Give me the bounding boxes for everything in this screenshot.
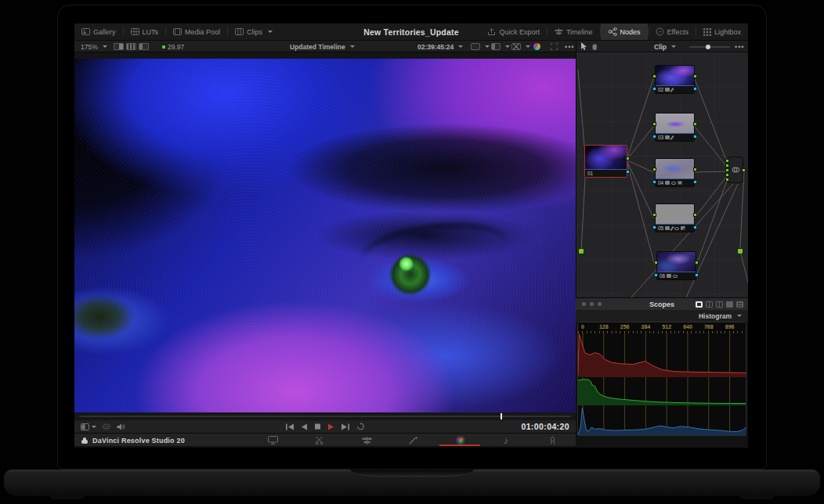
node-graph-mode-select[interactable]: Clip	[654, 41, 676, 52]
layout-four-up-icon[interactable]	[716, 301, 723, 308]
rgb-output-connector[interactable]	[693, 74, 697, 78]
grade-bypass[interactable]	[533, 41, 540, 52]
ellipsis-icon: •••	[735, 43, 744, 51]
viewer-layout-select[interactable]	[81, 423, 96, 430]
node-02[interactable]: 02	[655, 65, 695, 94]
play-forward-button[interactable]	[328, 423, 334, 430]
node-06[interactable]: 06	[656, 251, 696, 280]
matte-badge-icon	[681, 226, 685, 230]
node-01[interactable]: 01	[584, 145, 627, 178]
key-input-connector[interactable]	[652, 225, 656, 229]
key-output-connector[interactable]	[693, 225, 697, 229]
key-input-connector[interactable]	[654, 273, 658, 277]
viewer-options-menu[interactable]: •••	[565, 41, 574, 52]
transport-controls	[286, 420, 365, 433]
key-input-connector[interactable]	[652, 135, 656, 139]
rgb-input-connector[interactable]	[654, 261, 658, 265]
key-output-connector[interactable]	[693, 135, 697, 139]
timeline-selector-label: Updated Timeline	[290, 43, 345, 51]
node-04[interactable]: 04	[655, 158, 695, 187]
unmix-icon[interactable]	[103, 423, 110, 430]
mixer-input-connector[interactable]	[725, 159, 729, 163]
expand-viewer[interactable]	[551, 41, 558, 52]
node-panel-options-menu[interactable]: •••	[735, 41, 744, 52]
audio-speaker-icon[interactable]	[117, 423, 125, 430]
key-output-connector[interactable]	[693, 87, 697, 91]
media-pool-button[interactable]: Media Pool	[166, 23, 227, 40]
mixer-input-connector[interactable]	[725, 178, 729, 182]
mixer-input-connector[interactable]	[725, 168, 729, 172]
node-06-thumbnail	[657, 252, 696, 272]
node-03[interactable]: 03	[655, 113, 695, 142]
key-output-connector[interactable]	[693, 180, 697, 184]
camera-tool[interactable]	[471, 41, 490, 52]
go-to-start-button[interactable]	[286, 423, 295, 430]
rgb-input-connector[interactable]	[652, 213, 656, 217]
mixer-input-connector[interactable]	[725, 164, 729, 167]
mixer-input-connector[interactable]	[725, 173, 729, 177]
media-pool-label: Media Pool	[185, 28, 220, 36]
page-tab-deliver[interactable]	[546, 435, 558, 445]
node-zoom-slider[interactable]	[689, 41, 730, 52]
viewer-zoom-value: 175%	[81, 43, 98, 51]
node-graph-output-dot[interactable]	[737, 248, 743, 254]
key-input-connector[interactable]	[652, 87, 656, 91]
color-page-icon	[456, 436, 464, 445]
pointer-tool[interactable]	[580, 41, 587, 52]
nodes-button[interactable]: Nodes	[601, 23, 648, 40]
node-05[interactable]: 05	[655, 203, 695, 232]
divider	[576, 41, 576, 52]
layout-single-icon[interactable]	[696, 301, 703, 308]
mixer-output-connector[interactable]	[742, 168, 746, 172]
node-graph-source-dot[interactable]	[578, 248, 584, 254]
loop-playback-button[interactable]	[357, 423, 365, 430]
rgb-output-connector[interactable]	[693, 167, 697, 171]
rgb-input-connector[interactable]	[652, 122, 656, 126]
layout-grid-icon[interactable]	[736, 301, 743, 308]
page-tab-fairlight[interactable]: ♪	[500, 435, 512, 445]
stop-button[interactable]	[315, 423, 321, 430]
go-to-end-button[interactable]	[342, 423, 350, 430]
split-screen-grid-icon[interactable]	[126, 43, 136, 50]
luts-button[interactable]: LUTs	[124, 23, 166, 40]
wipe-tool[interactable]	[491, 41, 510, 52]
timeline-selector[interactable]: Updated Timeline	[290, 41, 355, 52]
layout-solo-icon[interactable]	[726, 301, 733, 308]
pan-tool[interactable]	[591, 41, 598, 52]
key-input-connector[interactable]	[652, 180, 656, 184]
slider-knob[interactable]	[706, 45, 710, 49]
play-reverse-button[interactable]	[302, 423, 308, 430]
scrubber-track[interactable]	[79, 416, 571, 417]
bypass-tool[interactable]	[511, 41, 530, 52]
rgb-output-connector[interactable]	[693, 122, 697, 126]
slider-track[interactable]	[689, 46, 730, 48]
gallery-button[interactable]: Gallery	[74, 23, 123, 40]
page-tab-cut[interactable]	[313, 435, 325, 445]
chevron-down-icon	[526, 45, 530, 48]
viewer-zoom-select[interactable]: 175%	[81, 41, 107, 52]
viewer-mode-toggles	[114, 41, 149, 52]
layout-two-up-icon[interactable]	[706, 301, 713, 308]
layer-mixer-node[interactable]	[728, 157, 743, 183]
rgb-input-connector[interactable]	[652, 167, 656, 171]
enhanced-viewer-icon[interactable]	[139, 43, 149, 50]
page-tab-media[interactable]	[266, 435, 279, 445]
scope-mode-select[interactable]: Histogram	[576, 310, 748, 322]
rgb-output-connector[interactable]	[695, 261, 699, 265]
key-output-connector[interactable]	[695, 273, 699, 277]
rgb-output-connector[interactable]	[626, 157, 630, 160]
effects-button[interactable]: Effects	[649, 23, 696, 40]
lightbox-button[interactable]: Lightbox	[696, 23, 748, 40]
clips-button[interactable]: Clips	[228, 23, 280, 40]
rgb-input-connector[interactable]	[652, 74, 656, 78]
playhead[interactable]	[501, 413, 502, 419]
timeline-button[interactable]: Timeline	[548, 23, 600, 40]
page-tab-edit[interactable]	[360, 435, 373, 445]
quick-export-button[interactable]: Quick Export	[480, 23, 547, 40]
single-viewer-icon[interactable]	[114, 43, 124, 50]
key-output-connector[interactable]	[626, 170, 630, 174]
page-tab-fusion[interactable]	[407, 435, 420, 445]
node-02-thumbnail	[656, 66, 694, 85]
rgb-output-connector[interactable]	[693, 213, 697, 217]
source-timecode[interactable]: 02:39:45:24	[417, 41, 463, 52]
